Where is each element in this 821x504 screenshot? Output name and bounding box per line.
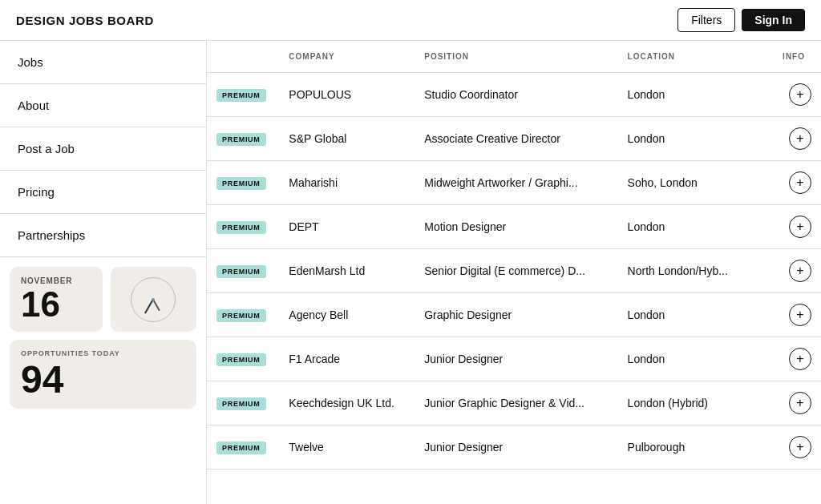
info-button[interactable]: + [789,260,811,282]
opportunities-widget: OPPORTUNITIES TODAY 94 [10,340,196,409]
premium-badge: PREMIUM [216,177,266,190]
sidebar: Jobs About Post a Job Pricing Partnershi… [0,41,207,504]
location-cell: London [618,337,770,381]
position-cell: Senior Digital (E commerce) D... [415,249,617,293]
info-button[interactable]: + [789,83,811,106]
position-cell: Studio Coordinator [415,73,617,117]
premium-badge: PREMIUM [216,221,266,234]
header: DESIGN JOBS BOARD Filters Sign In [0,0,821,41]
company-cell: Agency Bell [279,293,415,337]
clock-center-dot [152,298,155,301]
position-cell: Associate Creative Director [415,117,617,161]
info-button[interactable]: + [789,304,811,326]
badge-cell: PREMIUM [207,425,279,470]
table-row[interactable]: PREMIUM POPULOUS Studio Coordinator Lond… [207,73,821,117]
info-cell: + [770,117,821,161]
premium-badge: PREMIUM [216,89,266,102]
opportunities-count: 94 [21,361,185,399]
jobs-table: COMPANY POSITION LOCATION INFO PREMIUM P… [207,41,821,470]
info-cell: + [770,381,821,425]
sidebar-item-partnerships[interactable]: Partnerships [0,214,206,257]
clock-widget [111,267,197,332]
company-cell: Maharishi [279,161,415,205]
info-cell: + [770,73,821,117]
location-cell: Soho, London [618,161,770,205]
location-cell: London [618,205,770,249]
company-cell: Keechdesign UK Ltd. [279,381,415,425]
premium-badge: PREMIUM [216,442,266,454]
opportunities-label: OPPORTUNITIES TODAY [21,349,185,357]
location-cell: Pulborough [618,425,770,470]
badge-cell: PREMIUM [207,293,279,337]
table-row[interactable]: PREMIUM Twelve Junior Designer Pulboroug… [207,425,821,470]
badge-cell: PREMIUM [207,381,279,425]
info-cell: + [770,293,821,337]
table-row[interactable]: PREMIUM Maharishi Midweight Artworker / … [207,161,821,205]
info-button[interactable]: + [789,436,811,458]
position-cell: Junior Designer [415,337,617,381]
position-cell: Junior Designer [415,425,617,470]
info-cell: + [770,161,821,205]
signin-button[interactable]: Sign In [742,9,805,31]
app-title: DESIGN JOBS BOARD [16,14,154,27]
main-content: COMPANY POSITION LOCATION INFO PREMIUM P… [207,41,821,504]
calendar-day: 16 [21,287,60,322]
company-cell: EdenMarsh Ltd [279,249,415,293]
badge-cell: PREMIUM [207,337,279,381]
sidebar-item-pricing[interactable]: Pricing [0,171,206,214]
table-row[interactable]: PREMIUM Keechdesign UK Ltd. Junior Graph… [207,381,821,425]
position-cell: Midweight Artworker / Graphi... [415,161,617,205]
company-cell: POPULOUS [279,73,415,117]
table-row[interactable]: PREMIUM F1 Arcade Junior Designer London… [207,337,821,381]
widget-row-top: NOVEMBER 16 [10,267,196,332]
table-row[interactable]: PREMIUM Agency Bell Graphic Designer Lon… [207,293,821,337]
location-cell: North London/Hyb... [618,249,770,293]
company-cell: F1 Arcade [279,337,415,381]
badge-cell: PREMIUM [207,117,279,161]
badge-cell: PREMIUM [207,161,279,205]
info-cell: + [770,425,821,470]
clock-face [131,277,176,322]
location-cell: London [618,293,770,337]
company-cell: S&P Global [279,117,415,161]
info-button[interactable]: + [789,392,811,414]
clock-hand-minute [145,299,154,313]
location-cell: London (Hybrid) [618,381,770,425]
info-button[interactable]: + [789,171,811,194]
badge-cell: PREMIUM [207,249,279,293]
position-cell: Junior Graphic Designer & Vid... [415,381,617,425]
table-row[interactable]: PREMIUM DEPT Motion Designer London + [207,205,821,249]
col-info-header: INFO [770,41,821,73]
company-cell: Twelve [279,425,415,470]
sidebar-widgets: NOVEMBER 16 OPPORTUNITIES TODAY 94 [0,257,206,409]
badge-cell: PREMIUM [207,205,279,249]
location-cell: London [618,117,770,161]
col-position-header: POSITION [415,41,617,73]
main-layout: Jobs About Post a Job Pricing Partnershi… [0,41,821,504]
header-actions: Filters Sign In [677,8,805,32]
premium-badge: PREMIUM [216,397,266,410]
premium-badge: PREMIUM [216,353,266,366]
premium-badge: PREMIUM [216,133,266,146]
location-cell: London [618,73,770,117]
info-button[interactable]: + [789,127,811,150]
position-cell: Graphic Designer [415,293,617,337]
sidebar-item-about[interactable]: About [0,84,206,127]
table-row[interactable]: PREMIUM EdenMarsh Ltd Senior Digital (E … [207,249,821,293]
filters-button[interactable]: Filters [677,8,735,32]
premium-badge: PREMIUM [216,309,266,322]
info-button[interactable]: + [789,348,811,370]
sidebar-item-jobs[interactable]: Jobs [0,41,206,84]
col-company-header: COMPANY [279,41,415,73]
table-row[interactable]: PREMIUM S&P Global Associate Creative Di… [207,117,821,161]
info-cell: + [770,205,821,249]
company-cell: DEPT [279,205,415,249]
premium-badge: PREMIUM [216,265,266,278]
sidebar-item-post-a-job[interactable]: Post a Job [0,127,206,171]
col-location-header: LOCATION [618,41,770,73]
sidebar-nav: Jobs About Post a Job Pricing Partnershi… [0,41,206,257]
info-cell: + [770,249,821,293]
col-badge-header [207,41,279,73]
info-button[interactable]: + [789,216,811,238]
badge-cell: PREMIUM [207,73,279,117]
